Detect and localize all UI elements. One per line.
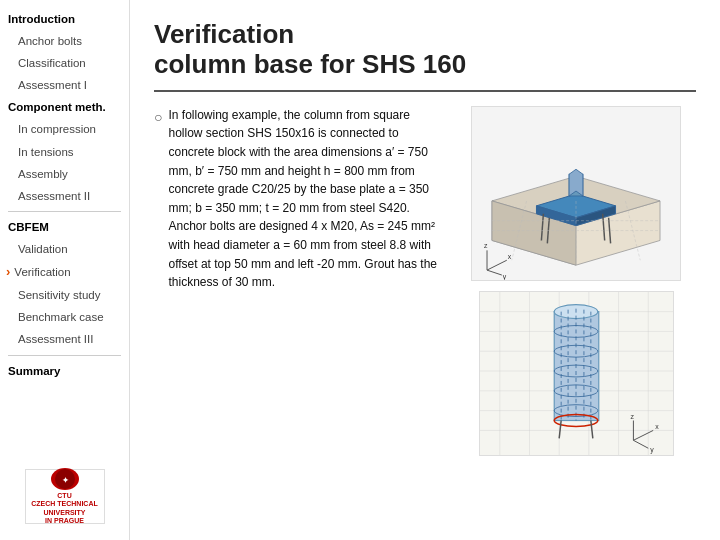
svg-line-21	[487, 270, 502, 275]
svg-line-19	[487, 260, 507, 270]
sidebar-item-sensitivity-study[interactable]: Sensitivity study	[0, 284, 129, 306]
ctu-logo-box: ✦ CTU CZECH TECHNICAL UNIVERSITY IN PRAG…	[25, 469, 105, 524]
sidebar-divider-2	[8, 355, 121, 356]
bullet-icon: ○	[154, 107, 162, 456]
sidebar-item-introduction[interactable]: Introduction	[0, 8, 129, 30]
sidebar-item-validation[interactable]: Validation	[0, 238, 129, 260]
svg-text:y: y	[503, 273, 507, 280]
svg-text:z: z	[630, 412, 634, 419]
sidebar-item-cbfem[interactable]: CBFEM	[0, 216, 129, 238]
sidebar: Introduction Anchor bolts Classification…	[0, 0, 130, 540]
active-arrow-icon: ›	[6, 263, 10, 281]
ctu-text: CTU CZECH TECHNICAL UNIVERSITY IN PRAGUE	[31, 492, 98, 526]
sidebar-item-benchmark-case[interactable]: Benchmark case	[0, 306, 129, 328]
page-title: Verification column base for SHS 160	[154, 20, 696, 80]
sidebar-item-assessment-ii[interactable]: Assessment II	[0, 185, 129, 207]
cylinder-image: x z y	[479, 291, 674, 456]
svg-text:x: x	[508, 253, 512, 260]
sidebar-item-assessment-iii[interactable]: Assessment III	[0, 328, 129, 350]
main-content: Verification column base for SHS 160 ○ I…	[130, 0, 720, 540]
sidebar-item-in-tensions[interactable]: In tensions	[0, 141, 129, 163]
sidebar-logo: ✦ CTU CZECH TECHNICAL UNIVERSITY IN PRAG…	[0, 461, 129, 532]
sidebar-item-assembly[interactable]: Assembly	[0, 163, 129, 185]
sidebar-item-component-meth[interactable]: Component meth.	[0, 96, 129, 118]
svg-text:y: y	[650, 446, 654, 454]
sidebar-item-verification-label: Verification	[14, 264, 70, 280]
main-text: In following example, the column from sq…	[168, 106, 440, 456]
base-plate-image: x z y	[471, 106, 681, 281]
sidebar-item-summary[interactable]: Summary	[0, 360, 129, 382]
sidebar-item-classification[interactable]: Classification	[0, 52, 129, 74]
sidebar-divider	[8, 211, 121, 212]
sidebar-item-assessment-i[interactable]: Assessment I	[0, 74, 129, 96]
text-block: ○ In following example, the column from …	[154, 106, 441, 456]
images-block: x z y	[457, 106, 696, 456]
title-divider	[154, 90, 696, 92]
sidebar-item-anchor-bolts[interactable]: Anchor bolts	[0, 30, 129, 52]
svg-text:x: x	[655, 423, 659, 430]
svg-text:✦: ✦	[61, 476, 68, 485]
content-body: ○ In following example, the column from …	[154, 106, 696, 456]
ctu-emblem: ✦	[51, 468, 79, 490]
sidebar-item-verification[interactable]: › Verification	[0, 260, 129, 284]
sidebar-item-in-compression[interactable]: In compression	[0, 118, 129, 140]
svg-text:z: z	[485, 242, 489, 249]
